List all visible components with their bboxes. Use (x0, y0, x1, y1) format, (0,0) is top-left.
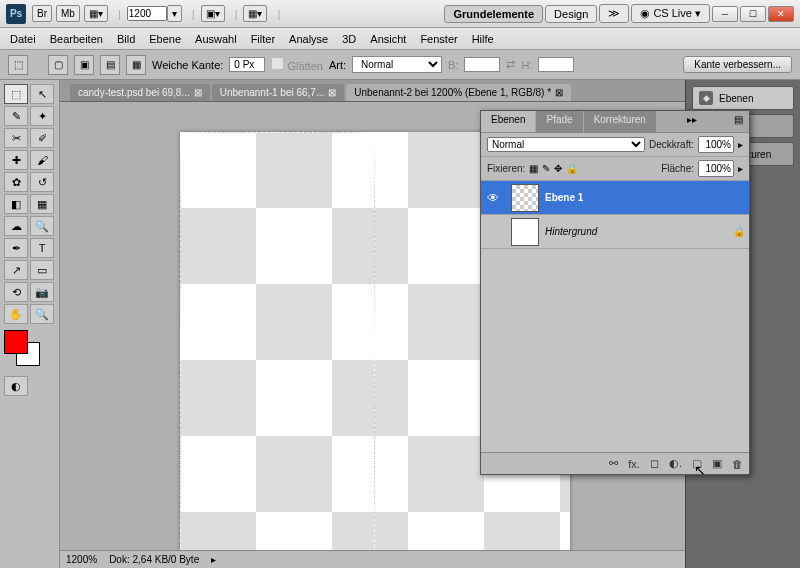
status-zoom[interactable]: 1200% (66, 554, 97, 565)
height-label: H: (521, 59, 532, 71)
status-doc[interactable]: Dok: 2,64 KB/0 Byte (109, 554, 199, 565)
layer-list: 👁 Ebene 1 Hintergrund 🔒 (481, 181, 749, 452)
type-tool[interactable]: T (30, 238, 54, 258)
fill-dropdown-icon[interactable]: ▸ (738, 163, 743, 174)
panel-collapse-icon[interactable]: ▸▸ (681, 111, 703, 132)
eraser-tool[interactable]: ◧ (4, 194, 28, 214)
mask-icon[interactable]: ◻ (650, 457, 659, 470)
visibility-icon[interactable]: 👁 (481, 191, 505, 205)
opacity-input[interactable] (698, 136, 734, 153)
blur-tool[interactable]: ☁ (4, 216, 28, 236)
wand-tool[interactable]: ✦ (30, 106, 54, 126)
refine-edge-button[interactable]: Kante verbessern... (683, 56, 792, 73)
marquee-tool-icon[interactable]: ⬚ (8, 55, 28, 75)
dodge-tool[interactable]: 🔍 (30, 216, 54, 236)
antialias-check: Glätten (271, 57, 323, 72)
menu-edit[interactable]: Bearbeiten (50, 33, 103, 45)
menu-select[interactable]: Auswahl (195, 33, 237, 45)
3d-tool[interactable]: ⟲ (4, 282, 28, 302)
doc-tab-3[interactable]: Unbenannt-2 bei 1200% (Ebene 1, RGB/8) *… (346, 84, 571, 101)
brush-tool[interactable]: 🖌 (30, 150, 54, 170)
minimize-button[interactable]: ─ (712, 6, 738, 22)
layer-name[interactable]: Hintergrund (545, 226, 729, 237)
history-brush-tool[interactable]: ↺ (30, 172, 54, 192)
shape-tool[interactable]: ▭ (30, 260, 54, 280)
feather-input[interactable] (229, 57, 265, 72)
move-tool[interactable]: ↖ (30, 84, 54, 104)
menu-file[interactable]: Datei (10, 33, 36, 45)
lock-pixels-icon[interactable]: ▦ (529, 163, 538, 174)
screenmode-button[interactable]: ▣▾ (201, 5, 225, 22)
delete-layer-icon[interactable]: 🗑 (732, 458, 743, 470)
doc-tab-1[interactable]: candy-test.psd bei 69,8... ⊠ (70, 84, 210, 101)
layer-row[interactable]: 👁 Ebene 1 (481, 181, 749, 215)
panel-tab-layers[interactable]: Ebenen (481, 111, 535, 132)
menu-image[interactable]: Bild (117, 33, 135, 45)
quickmask-button[interactable]: ◐ (4, 376, 28, 396)
doc-tab-2[interactable]: Unbenannt-1 bei 66,7... ⊠ (212, 84, 345, 101)
menu-analyse[interactable]: Analyse (289, 33, 328, 45)
width-input (464, 57, 500, 72)
path-select-tool[interactable]: ↗ (4, 260, 28, 280)
marquee-tool[interactable]: ⬚ (4, 84, 28, 104)
cslive-button[interactable]: ◉ CS Live ▾ (631, 4, 710, 23)
sel-add-icon[interactable]: ▣ (74, 55, 94, 75)
menu-window[interactable]: Fenster (420, 33, 457, 45)
sel-sub-icon[interactable]: ▤ (100, 55, 120, 75)
layer-row[interactable]: Hintergrund 🔒 (481, 215, 749, 249)
opacity-dropdown-icon[interactable]: ▸ (738, 139, 743, 150)
heal-tool[interactable]: ✚ (4, 150, 28, 170)
camera-tool[interactable]: 📷 (30, 282, 54, 302)
layer-name[interactable]: Ebene 1 (545, 192, 749, 203)
gradient-tool[interactable]: ▦ (30, 194, 54, 214)
fill-input[interactable] (698, 160, 734, 177)
zoom-dropdown[interactable]: ▾ (167, 5, 182, 22)
lasso-tool[interactable]: ✎ (4, 106, 28, 126)
layers-panel: Ebenen Pfade Korrekturen ▸▸ ▤ Normal Dec… (480, 110, 750, 475)
sel-intersect-icon[interactable]: ▦ (126, 55, 146, 75)
panel-menu-icon[interactable]: ▤ (728, 111, 749, 132)
fx-icon[interactable]: fx. (628, 458, 640, 470)
menu-view[interactable]: Ansicht (370, 33, 406, 45)
fill-label: Fläche: (661, 163, 694, 174)
menu-help[interactable]: Hilfe (472, 33, 494, 45)
pen-tool[interactable]: ✒ (4, 238, 28, 258)
workspace-grundelemente[interactable]: Grundelemente (444, 5, 543, 23)
dock-layers-button[interactable]: ◆Ebenen (692, 86, 794, 110)
panel-tab-adjust[interactable]: Korrekturen (584, 111, 656, 132)
lock-all-icon[interactable]: 🔒 (566, 163, 578, 174)
blendmode-select[interactable]: Normal (487, 137, 645, 152)
maximize-button[interactable]: ☐ (740, 6, 766, 22)
menu-filter[interactable]: Filter (251, 33, 275, 45)
zoom-input[interactable] (127, 6, 167, 21)
minibridge-button[interactable]: Mb (56, 5, 80, 22)
stamp-tool[interactable]: ✿ (4, 172, 28, 192)
sel-new-icon[interactable]: ▢ (48, 55, 68, 75)
close-button[interactable]: ✕ (768, 6, 794, 22)
hand-tool[interactable]: ✋ (4, 304, 28, 324)
link-layers-icon[interactable]: ⚯ (609, 457, 618, 470)
workspace-more[interactable]: ≫ (599, 4, 629, 23)
new-layer-icon[interactable]: ▣ (712, 457, 722, 470)
panel-tab-paths[interactable]: Pfade (536, 111, 582, 132)
crop-tool[interactable]: ✂ (4, 128, 28, 148)
menu-3d[interactable]: 3D (342, 33, 356, 45)
lock-move-icon[interactable]: ✥ (554, 163, 562, 174)
workspace-design[interactable]: Design (545, 5, 597, 23)
lock-icon: 🔒 (729, 226, 749, 237)
extras-button[interactable]: ▦▾ (243, 5, 267, 22)
height-input (538, 57, 574, 72)
bridge-button[interactable]: Br (32, 5, 52, 22)
layer-thumb[interactable] (511, 184, 539, 212)
eyedropper-tool[interactable]: ✐ (30, 128, 54, 148)
menu-layer[interactable]: Ebene (149, 33, 181, 45)
style-select[interactable]: Normal (352, 56, 442, 73)
zoom-tool[interactable]: 🔍 (30, 304, 54, 324)
photoshop-icon: Ps (6, 4, 26, 24)
arrange-button[interactable]: ▦▾ (84, 5, 108, 22)
lock-brush-icon[interactable]: ✎ (542, 163, 550, 174)
adjustment-icon[interactable]: ◐. (669, 457, 682, 470)
group-icon[interactable]: ▢ (692, 457, 702, 470)
layer-thumb[interactable] (511, 218, 539, 246)
foreground-color-swatch[interactable] (4, 330, 28, 354)
